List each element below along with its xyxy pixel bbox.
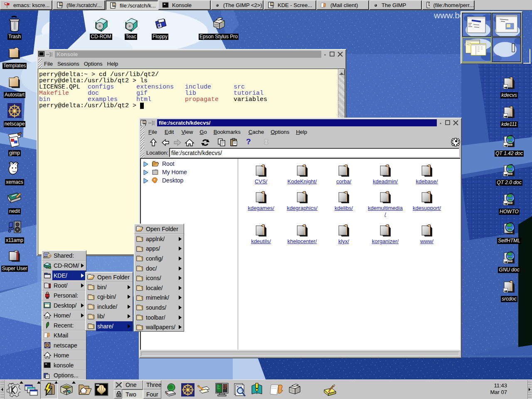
svg-text:@: @ (48, 254, 51, 258)
svg-text:www.be: www.be (433, 10, 465, 20)
